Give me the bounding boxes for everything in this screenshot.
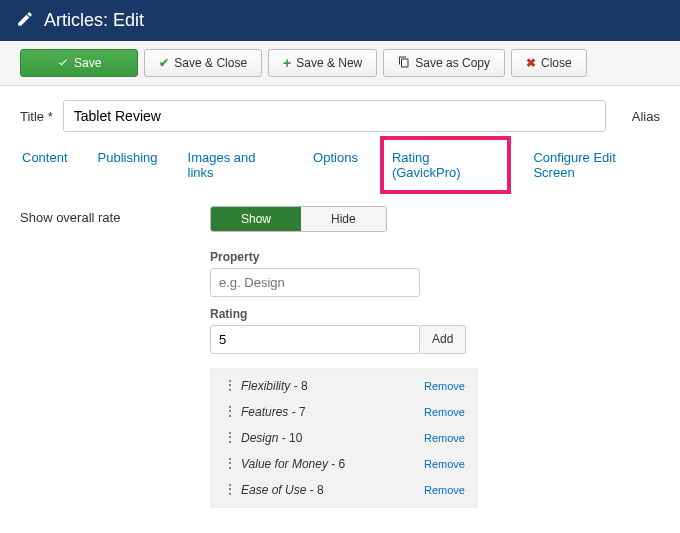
rating-input[interactable] xyxy=(210,325,420,354)
list-item: Design - 10 Remove xyxy=(211,425,477,451)
item-name: Design xyxy=(241,431,278,445)
toggle-show[interactable]: Show xyxy=(211,207,301,231)
check-icon: ✔ xyxy=(159,56,169,70)
title-row: Title * Alias xyxy=(0,86,680,136)
item-value: - 10 xyxy=(278,431,302,445)
item-name: Flexibility xyxy=(241,379,290,393)
page-title: Articles: Edit xyxy=(44,10,144,31)
rating-label: Rating xyxy=(210,307,660,321)
title-label: Title * xyxy=(20,109,53,124)
remove-link[interactable]: Remove xyxy=(424,380,465,392)
rating-panel: Show overall rate Show Hide Property Rat… xyxy=(0,188,680,526)
pencil-icon xyxy=(16,10,34,31)
item-name: Value for Money xyxy=(241,457,328,471)
drag-handle-icon[interactable] xyxy=(223,384,231,388)
tab-options[interactable]: Options xyxy=(311,142,360,188)
tab-rating[interactable]: Rating (GavickPro) xyxy=(386,142,506,188)
remove-link[interactable]: Remove xyxy=(424,458,465,470)
item-name: Ease of Use xyxy=(241,483,306,497)
rating-list: Flexibility - 8 Remove Features - 7 Remo… xyxy=(210,368,478,508)
property-label: Property xyxy=(210,250,660,264)
drag-handle-icon[interactable] xyxy=(223,488,231,492)
remove-link[interactable]: Remove xyxy=(424,406,465,418)
show-overall-label: Show overall rate xyxy=(20,206,180,508)
close-icon: ✖ xyxy=(526,56,536,70)
page-header: Articles: Edit xyxy=(0,0,680,41)
item-value: - 7 xyxy=(288,405,305,419)
add-button[interactable]: Add xyxy=(420,325,466,354)
plus-icon: + xyxy=(283,55,291,71)
tabs-bar: Content Publishing Images and links Opti… xyxy=(0,136,680,188)
show-overall-toggle: Show Hide xyxy=(210,206,387,232)
list-item: Ease of Use - 8 Remove xyxy=(211,477,477,503)
tab-content[interactable]: Content xyxy=(20,142,70,188)
drag-handle-icon[interactable] xyxy=(223,436,231,440)
title-input[interactable] xyxy=(63,100,606,132)
tab-configure-edit-screen[interactable]: Configure Edit Screen xyxy=(531,142,660,188)
remove-link[interactable]: Remove xyxy=(424,432,465,444)
copy-icon xyxy=(398,56,410,71)
item-value: - 6 xyxy=(328,457,345,471)
save-icon xyxy=(57,56,69,71)
item-value: - 8 xyxy=(290,379,307,393)
save-new-button[interactable]: + Save & New xyxy=(268,49,377,77)
save-close-button[interactable]: ✔ Save & Close xyxy=(144,49,262,77)
alias-label: Alias xyxy=(632,109,660,124)
toggle-hide[interactable]: Hide xyxy=(301,207,386,231)
item-name: Features xyxy=(241,405,288,419)
list-item: Flexibility - 8 Remove xyxy=(211,373,477,399)
tab-publishing[interactable]: Publishing xyxy=(96,142,160,188)
save-copy-button[interactable]: Save as Copy xyxy=(383,49,505,77)
list-item: Features - 7 Remove xyxy=(211,399,477,425)
tab-images-links[interactable]: Images and links xyxy=(186,142,286,188)
close-button[interactable]: ✖ Close xyxy=(511,49,587,77)
list-item: Value for Money - 6 Remove xyxy=(211,451,477,477)
drag-handle-icon[interactable] xyxy=(223,462,231,466)
action-toolbar: Save ✔ Save & Close + Save & New Save as… xyxy=(0,41,680,86)
item-value: - 8 xyxy=(306,483,323,497)
property-input[interactable] xyxy=(210,268,420,297)
remove-link[interactable]: Remove xyxy=(424,484,465,496)
save-button[interactable]: Save xyxy=(20,49,138,77)
drag-handle-icon[interactable] xyxy=(223,410,231,414)
